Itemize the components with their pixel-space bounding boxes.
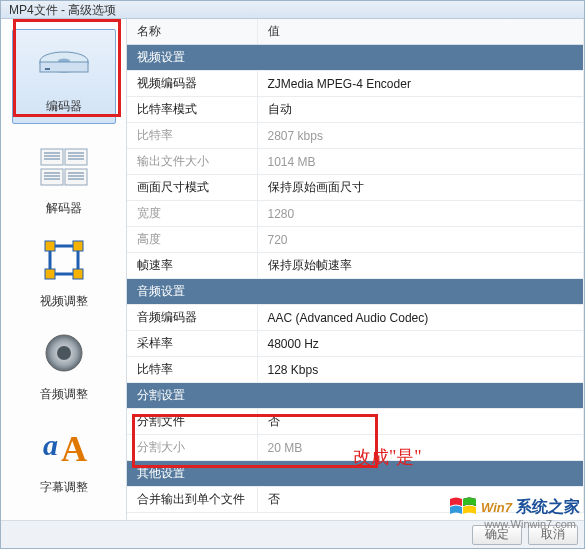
sidebar-item-label: 解码器 (14, 200, 114, 217)
prop-name: 比特率模式 (127, 97, 257, 123)
ok-button[interactable]: 确定 (472, 525, 522, 545)
sidebar-item-label: 字幕调整 (14, 479, 114, 496)
sidebar-item-label: 编码器 (17, 98, 111, 115)
svg-rect-6 (65, 149, 87, 165)
sidebar: 编码器 (1, 19, 127, 520)
sidebar-item-label: 音频调整 (14, 386, 114, 403)
prop-name: 比特率 (127, 123, 257, 149)
prop-name: 采样率 (127, 331, 257, 357)
prop-name: 画面尺寸模式 (127, 175, 257, 201)
svg-text:a: a (43, 428, 58, 461)
svg-rect-23 (73, 241, 83, 251)
svg-rect-5 (41, 149, 63, 165)
column-header-name[interactable]: 名称 (127, 19, 257, 45)
prop-name: 高度 (127, 227, 257, 253)
sidebar-item-encoder[interactable]: 编码器 (12, 29, 116, 124)
prop-value[interactable]: 1014 MB (257, 149, 584, 175)
prop-value[interactable]: 1280 (257, 201, 584, 227)
prop-value[interactable]: AAC (Advanced Audio Codec) (257, 305, 584, 331)
svg-rect-8 (65, 169, 87, 185)
sidebar-item-subtitle-adjust[interactable]: a A 字幕调整 (14, 419, 114, 496)
annotation-text: 改成"是" (353, 445, 422, 469)
prop-name: 宽度 (127, 201, 257, 227)
prop-name: 音频编码器 (127, 305, 257, 331)
prop-value[interactable]: 否 (257, 487, 584, 513)
dialog-footer: 确定 取消 (1, 520, 584, 548)
prop-name: 输出文件大小 (127, 149, 257, 175)
table-row[interactable]: 分割文件否 (127, 409, 584, 435)
table-row[interactable]: 音频编码器AAC (Advanced Audio Codec) (127, 305, 584, 331)
prop-value[interactable]: 2807 kbps (257, 123, 584, 149)
section-header: 视频设置 (127, 45, 584, 71)
table-row[interactable]: 输出文件大小1014 MB (127, 149, 584, 175)
sidebar-item-label: 视频调整 (14, 293, 114, 310)
encoder-icon (24, 38, 104, 92)
table-row[interactable]: 视频编码器ZJMedia MPEG-4 Encoder (127, 71, 584, 97)
table-row[interactable]: 合并输出到单个文件否 (127, 487, 584, 513)
table-row[interactable]: 画面尺寸模式保持原始画面尺寸 (127, 175, 584, 201)
sidebar-item-decoder[interactable]: 解码器 (14, 140, 114, 217)
sidebar-item-video-adjust[interactable]: 视频调整 (14, 233, 114, 310)
svg-rect-7 (41, 169, 63, 185)
prop-value[interactable]: 否 (257, 409, 584, 435)
prop-name: 视频编码器 (127, 71, 257, 97)
prop-value[interactable]: 128 Kbps (257, 357, 584, 383)
svg-point-27 (57, 346, 71, 360)
table-row[interactable]: 高度720 (127, 227, 584, 253)
cancel-button[interactable]: 取消 (528, 525, 578, 545)
table-row[interactable]: 宽度1280 (127, 201, 584, 227)
prop-value[interactable]: ZJMedia MPEG-4 Encoder (257, 71, 584, 97)
table-row[interactable]: 比特率2807 kbps (127, 123, 584, 149)
svg-rect-22 (45, 241, 55, 251)
dialog-window: MP4文件 - 高级选项 编码器 (0, 0, 585, 549)
svg-rect-3 (40, 62, 88, 72)
svg-text:A: A (61, 429, 87, 467)
prop-name: 比特率 (127, 357, 257, 383)
column-header-value[interactable]: 值 (257, 19, 584, 45)
prop-value[interactable]: 自动 (257, 97, 584, 123)
prop-value[interactable]: 保持原始帧速率 (257, 253, 584, 279)
prop-value[interactable]: 保持原始画面尺寸 (257, 175, 584, 201)
video-adjust-icon (24, 233, 104, 287)
section-header: 音频设置 (127, 279, 584, 305)
properties-table: 名称 值 视频设置 视频编码器ZJMedia MPEG-4 Encoder 比特… (127, 19, 584, 513)
audio-adjust-icon (24, 326, 104, 380)
content-area: 编码器 (1, 19, 584, 520)
table-row[interactable]: 比特率128 Kbps (127, 357, 584, 383)
table-row[interactable]: 采样率48000 Hz (127, 331, 584, 357)
table-row[interactable]: 比特率模式自动 (127, 97, 584, 123)
subtitle-adjust-icon: a A (24, 419, 104, 473)
prop-value[interactable]: 720 (257, 227, 584, 253)
prop-name: 分割大小 (127, 435, 257, 461)
svg-rect-24 (45, 269, 55, 279)
table-row[interactable]: 帧速率保持原始帧速率 (127, 253, 584, 279)
section-header: 分割设置 (127, 383, 584, 409)
prop-name: 帧速率 (127, 253, 257, 279)
prop-name: 分割文件 (127, 409, 257, 435)
window-title: MP4文件 - 高级选项 (9, 3, 116, 17)
sidebar-item-audio-adjust[interactable]: 音频调整 (14, 326, 114, 403)
prop-value[interactable]: 48000 Hz (257, 331, 584, 357)
prop-name: 合并输出到单个文件 (127, 487, 257, 513)
titlebar: MP4文件 - 高级选项 (1, 1, 584, 19)
decoder-icon (24, 140, 104, 194)
svg-rect-25 (73, 269, 83, 279)
svg-rect-4 (45, 68, 50, 70)
